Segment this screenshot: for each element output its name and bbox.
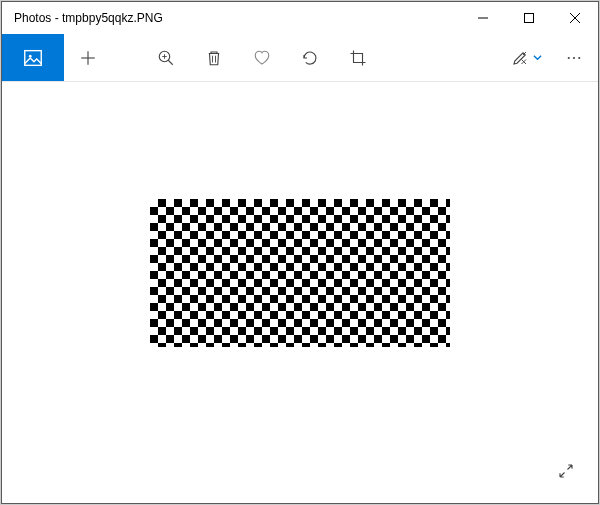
zoom-button[interactable] [142,34,190,81]
delete-button[interactable] [190,34,238,81]
add-to-button[interactable] [64,34,112,81]
fullscreen-icon [557,462,575,480]
picture-icon [22,47,44,69]
displayed-image [150,199,450,347]
favorite-button[interactable] [238,34,286,81]
toolbar [2,34,598,82]
minimize-icon [478,13,488,23]
crop-button[interactable] [334,34,382,81]
fullscreen-button[interactable] [550,455,582,487]
crop-icon [349,49,367,67]
ellipsis-icon [565,49,583,67]
more-button[interactable] [550,34,598,81]
close-icon [570,13,580,23]
close-button[interactable] [552,2,598,34]
svg-line-9 [168,60,173,65]
svg-point-14 [568,56,570,58]
photos-app-window: Photos - tmpbpy5qqkz.PNG [1,1,599,504]
edit-icon [511,49,529,67]
window-title: Photos - tmpbpy5qqkz.PNG [2,11,460,25]
svg-point-15 [573,56,575,58]
rotate-icon [301,49,319,67]
collection-button[interactable] [2,34,64,81]
chevron-down-icon [533,53,542,62]
toolbar-flex-spacer [382,34,502,81]
edit-create-button[interactable] [502,34,550,81]
image-viewport[interactable] [2,82,598,503]
toolbar-spacer [112,34,142,81]
plus-icon [79,49,97,67]
svg-rect-1 [525,14,534,23]
svg-point-16 [578,56,580,58]
heart-icon [253,49,271,67]
minimize-button[interactable] [460,2,506,34]
zoom-in-icon [157,49,175,67]
maximize-button[interactable] [506,2,552,34]
trash-icon [205,49,223,67]
titlebar: Photos - tmpbpy5qqkz.PNG [2,2,598,34]
svg-rect-4 [25,50,42,65]
rotate-button[interactable] [286,34,334,81]
maximize-icon [524,13,534,23]
window-controls [460,2,598,34]
